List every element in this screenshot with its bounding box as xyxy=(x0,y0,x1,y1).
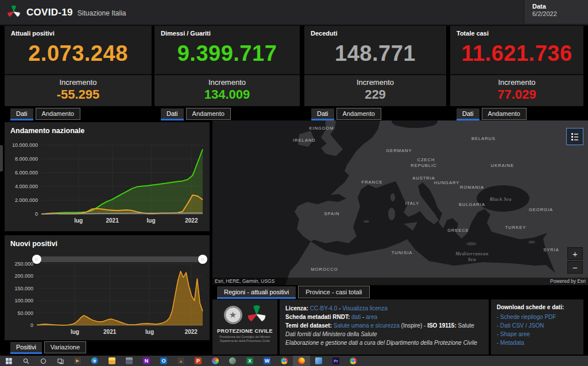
svg-text:2021: 2021 xyxy=(106,217,119,224)
map-zoom-in-button[interactable]: + xyxy=(567,247,583,260)
date-box: Data 6/2/2022 xyxy=(524,0,588,24)
map-label-country: BULGARIA xyxy=(459,202,485,207)
tab-dati-1[interactable]: Dati xyxy=(10,108,33,120)
header-bar: COVID-19 Situazione Italia Data 6/2/2022 xyxy=(0,0,588,26)
paint3d-app-icon[interactable] xyxy=(224,356,241,366)
attribution-esri: Powered by Esri xyxy=(550,278,586,285)
card-title: Dimessi / Guariti xyxy=(154,26,300,37)
map-zoom-out-button[interactable]: − xyxy=(567,261,583,274)
license-panel: Licenza: CC-BY-4.0 - Visualizza licenzaS… xyxy=(280,299,489,355)
chrome-app-icon[interactable] xyxy=(276,356,293,366)
date-label: Data xyxy=(532,3,588,10)
tab-positivi[interactable]: Positivi xyxy=(10,342,42,354)
download-link[interactable]: - Dati CSV / JSON xyxy=(497,321,578,330)
download-link[interactable]: - Schede riepilogo PDF xyxy=(497,313,578,321)
card-value: 11.621.736 xyxy=(450,41,583,66)
download-link[interactable]: - Metadata xyxy=(497,338,578,347)
edge-app-icon[interactable]: e xyxy=(86,356,103,366)
map-canvas xyxy=(212,120,588,285)
increment-value: 134.009 xyxy=(154,87,300,102)
tab-province[interactable]: Province - casi totali xyxy=(298,286,369,298)
license-line: Licenza: CC-BY-4.0 - Visualizza licenza xyxy=(285,304,483,313)
map-label-country: ITALY xyxy=(405,201,420,206)
increment-label: Incremento xyxy=(304,78,446,87)
legend-button[interactable] xyxy=(566,128,583,145)
outlook-app-icon[interactable]: O xyxy=(155,356,172,366)
corsica-shape xyxy=(390,193,395,201)
map-label-country: CZECH xyxy=(417,157,435,162)
task-view-button[interactable] xyxy=(52,356,69,366)
license-line: Elaborazione e gestione dati a cura del … xyxy=(285,338,483,347)
movies-tv-app-icon[interactable]: ▶ xyxy=(69,356,86,366)
slider-handle-left[interactable]: || xyxy=(32,255,41,264)
europe-map[interactable]: KINGDOMIRELANDGERMANYCZECHREPUBLICBELARU… xyxy=(212,120,588,285)
chrome2-app-icon[interactable] xyxy=(345,356,362,366)
word-app-icon[interactable]: W xyxy=(258,356,276,366)
excel-app-icon[interactable]: X xyxy=(241,356,258,366)
tab-andamento-2[interactable]: Andamento xyxy=(186,108,231,120)
search-button[interactable] xyxy=(17,356,34,366)
app-subtitle: Situazione Italia xyxy=(78,9,126,17)
license-link[interactable]: area xyxy=(366,314,377,320)
protezione-civile-subtitle: Presidenza del Consiglio dei MinistriDip… xyxy=(212,335,277,343)
license-line: Temi del dataset: Salute umana e sicurez… xyxy=(285,321,483,330)
card-title: Totale casi xyxy=(450,26,583,37)
tab-dati-3[interactable]: Dati xyxy=(311,108,334,120)
tab-dati-4[interactable]: Dati xyxy=(457,108,479,120)
time-range-slider[interactable]: || || xyxy=(37,255,203,264)
file-explorer-app-icon[interactable] xyxy=(103,356,121,366)
download-link[interactable]: - Shape aree xyxy=(497,330,578,338)
left-panel-handle[interactable] xyxy=(0,145,3,172)
svg-text:lug: lug xyxy=(147,217,156,224)
map-label-country: BELARUS xyxy=(471,136,496,141)
cortana-button[interactable] xyxy=(34,356,52,366)
card-tabs-group-1: DatiAndamento xyxy=(10,108,80,120)
tab-andamento-1[interactable]: Andamento xyxy=(36,108,80,120)
microsoft-store-app-icon[interactable] xyxy=(121,356,138,366)
svg-text:lug: lug xyxy=(71,329,79,335)
protezione-civile-logo-icon xyxy=(7,5,21,21)
svg-text:2021: 2021 xyxy=(103,329,117,335)
svg-text:8.000.000: 8.000.000 xyxy=(15,156,38,162)
svg-text:50.000: 50.000 xyxy=(17,310,33,316)
slider-track[interactable] xyxy=(37,256,203,262)
premiere-app-icon[interactable]: Pr xyxy=(327,356,345,366)
balearics-shape xyxy=(363,220,369,223)
tab-andamento-3[interactable]: Andamento xyxy=(336,108,381,120)
card-attuali-positivi: Attuali positivi 2.073.248 Incremento -5… xyxy=(5,26,152,106)
license-link[interactable]: CC-BY-4.0 xyxy=(310,305,337,312)
tab-regioni[interactable]: Regioni - attuali positivi xyxy=(217,286,296,299)
windows-taskbar[interactable]: ▶eNO▲PXWPr xyxy=(0,356,588,366)
sardinia-shape xyxy=(388,208,395,220)
protezione-civile-logo-icon xyxy=(247,304,266,326)
start-button[interactable] xyxy=(0,356,17,366)
tab-andamento-4[interactable]: Andamento xyxy=(482,108,527,120)
license-link[interactable]: dati xyxy=(351,314,361,320)
map-label-country: TURKEY xyxy=(505,225,526,230)
vlc-app-icon[interactable]: ▲ xyxy=(172,356,189,366)
covid-dashboard-screen: COVID-19 Situazione Italia Data 6/2/2022… xyxy=(0,0,588,366)
onenote-app-icon[interactable]: N xyxy=(138,356,155,366)
paint-app-icon[interactable] xyxy=(207,356,224,366)
svg-text:6.000.000: 6.000.000 xyxy=(15,170,38,176)
tab-dati-2[interactable]: Dati xyxy=(161,108,184,120)
card-tabs-group-2: DatiAndamento xyxy=(161,108,231,120)
svg-text:0: 0 xyxy=(35,211,38,217)
svg-text:lug: lug xyxy=(74,217,83,224)
license-link[interactable]: Salute umana e sicurezza xyxy=(334,322,400,329)
map-label-country: ROMANIA xyxy=(460,185,484,190)
map-label-country: REPUBLIC xyxy=(411,163,437,168)
svg-text:0: 0 xyxy=(30,322,33,328)
powerpoint-app-icon[interactable]: P xyxy=(189,356,207,366)
download-panel: Download schede e dati: - Schede riepilo… xyxy=(491,299,583,355)
map-label-sea: Sea xyxy=(468,256,476,262)
slider-handle-right[interactable]: || xyxy=(198,255,207,264)
firefox-app-icon[interactable] xyxy=(293,356,310,366)
card-increment-section: Incremento -55.295 xyxy=(5,74,152,106)
photos-app-icon[interactable] xyxy=(310,356,327,366)
license-link[interactable]: Visualizza licenza xyxy=(342,305,388,312)
legend-icon xyxy=(570,132,579,141)
tab-variazione[interactable]: Variazione xyxy=(44,341,86,353)
map-label-country: KINGDOM xyxy=(310,126,334,131)
svg-text:100.000: 100.000 xyxy=(14,298,33,303)
